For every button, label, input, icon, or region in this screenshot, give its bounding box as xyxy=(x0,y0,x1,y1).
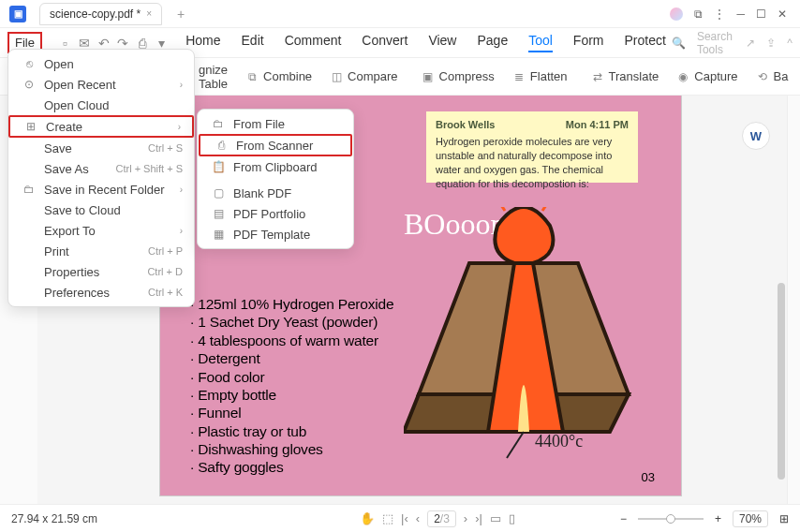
svg-line-1 xyxy=(494,207,505,211)
note-author: Brook Wells xyxy=(436,119,495,130)
compare-icon: ◫ xyxy=(329,69,344,84)
svg-line-3 xyxy=(507,432,524,458)
tool-compare[interactable]: ◫Compare xyxy=(323,67,403,86)
hand-tool-icon[interactable]: ✋ xyxy=(360,511,375,525)
assistant-icon[interactable] xyxy=(670,7,683,21)
volcano-illustration xyxy=(404,207,644,460)
main-tabs: Home Edit Comment Convert View Page Tool… xyxy=(185,33,666,52)
last-page-icon[interactable]: ›| xyxy=(475,511,482,525)
create-blank-pdf[interactable]: ▢Blank PDF xyxy=(198,183,353,203)
tab-tool[interactable]: Tool xyxy=(528,33,553,52)
share-icon[interactable]: ⇪ xyxy=(766,37,776,50)
zoom-slider[interactable] xyxy=(638,518,704,520)
translate-icon: ⇄ xyxy=(590,69,605,84)
create-pdf-template[interactable]: ▦PDF Template xyxy=(198,224,353,244)
tab-form[interactable]: Form xyxy=(573,33,604,52)
tab-comment[interactable]: Comment xyxy=(285,33,342,52)
first-page-icon[interactable]: |‹ xyxy=(401,511,408,525)
compress-icon: ▣ xyxy=(421,69,436,84)
material-item: 125ml 10% Hydrogen Peroxide xyxy=(190,295,393,313)
zoom-knob[interactable] xyxy=(666,514,675,524)
status-bar: 27.94 x 21.59 cm ✋ ⬚ |‹ ‹ 2/3 › ›| ▭ ▯ −… xyxy=(0,504,800,532)
file-create[interactable]: ⊞Create› xyxy=(8,115,194,138)
file-open[interactable]: ⎋Open xyxy=(8,53,194,74)
tool-combine[interactable]: ⧉Combine xyxy=(239,67,318,86)
material-item: 4 tablespoons of warm water xyxy=(190,332,393,349)
file-open-cloud[interactable]: Open Cloud xyxy=(8,95,194,115)
file-save-cloud[interactable]: Save to Cloud xyxy=(8,200,194,220)
material-item: Dishwashing gloves xyxy=(190,440,393,458)
material-item: 1 Sachet Dry Yeast (powder) xyxy=(190,313,393,331)
file-save[interactable]: SaveCtrl + S xyxy=(8,138,194,158)
svg-line-2 xyxy=(542,207,554,211)
material-item: Empty bottle xyxy=(190,386,393,404)
file-open-recent[interactable]: ⊙Open Recent› xyxy=(8,74,194,95)
sticky-note[interactable]: Brook Wells Mon 4:11 PM Hydrogen peroxid… xyxy=(426,111,638,183)
scrollbar-thumb[interactable] xyxy=(778,283,785,480)
file-export-to[interactable]: Export To› xyxy=(8,220,194,241)
kebab-icon[interactable]: ⋮ xyxy=(714,7,725,21)
prev-page-icon[interactable]: ‹ xyxy=(416,511,420,525)
search-icon[interactable]: 🔍 xyxy=(672,37,686,50)
next-page-icon[interactable]: › xyxy=(464,511,467,525)
word-export-badge[interactable]: W xyxy=(742,122,770,150)
material-item: Plastic tray or tub xyxy=(190,422,393,440)
zoom-out-icon[interactable]: − xyxy=(620,512,627,525)
external-link-icon[interactable]: ↗ xyxy=(746,37,755,50)
fit-page-icon[interactable]: ▯ xyxy=(509,511,515,525)
zoom-in-icon[interactable]: + xyxy=(715,512,721,525)
add-tab-button[interactable]: + xyxy=(177,7,185,22)
material-item: Detergent xyxy=(190,349,393,367)
search-tools-placeholder[interactable]: Search Tools xyxy=(697,30,734,56)
file-save-as[interactable]: Save AsCtrl + Shift + S xyxy=(8,158,194,179)
right-gutter xyxy=(787,96,800,504)
tool-translate[interactable]: ⇄Translate xyxy=(585,67,665,86)
page-dimensions: 27.94 x 21.59 cm xyxy=(11,512,97,525)
copy-icon[interactable]: ⧉ xyxy=(694,7,703,21)
page-number-input[interactable]: 2/3 xyxy=(427,510,456,527)
file-properties[interactable]: PropertiesCtrl + D xyxy=(8,261,194,282)
document-tab[interactable]: science-copy.pdf * × xyxy=(39,3,162,25)
file-save-recent-folder[interactable]: 🗀Save in Recent Folder› xyxy=(8,179,194,200)
materials-list: 125ml 10% Hydrogen Peroxide 1 Sachet Dry… xyxy=(190,295,393,477)
create-pdf-portfolio[interactable]: ▤PDF Portfolio xyxy=(198,203,353,224)
material-item: Food color xyxy=(190,368,393,386)
material-item: Safty goggles xyxy=(190,458,393,476)
tool-compress[interactable]: ▣Compress xyxy=(415,67,500,86)
file-print[interactable]: PrintCtrl + P xyxy=(8,241,194,261)
create-submenu: 🗀From File ⎙From Scanner 📋From Clipboard… xyxy=(197,109,354,249)
zoom-value[interactable]: 70% xyxy=(733,510,768,527)
tab-page[interactable]: Page xyxy=(477,33,508,52)
create-from-file[interactable]: 🗀From File xyxy=(198,113,353,134)
temperature-label: 4400°c xyxy=(535,432,583,451)
file-preferences[interactable]: PreferencesCtrl + K xyxy=(8,282,194,303)
tool-capture[interactable]: ◉Capture xyxy=(670,67,743,86)
tool-recognize-table[interactable]: gnize Table xyxy=(199,63,228,91)
close-tab-icon[interactable]: × xyxy=(146,8,152,19)
note-time: Mon 4:11 PM xyxy=(566,119,629,130)
app-icon: ▣ xyxy=(9,6,26,22)
view-mode-icon[interactable]: ⊞ xyxy=(779,512,789,525)
create-from-scanner[interactable]: ⎙From Scanner xyxy=(199,134,352,156)
tab-title: science-copy.pdf * xyxy=(50,7,141,21)
tab-view[interactable]: View xyxy=(428,33,456,52)
minimize-icon[interactable]: ─ xyxy=(736,7,745,21)
tool-flatten[interactable]: ≣Flatten xyxy=(506,67,573,86)
collapse-ribbon-icon[interactable]: ^ xyxy=(787,37,793,50)
select-tool-icon[interactable]: ⬚ xyxy=(382,511,393,525)
combine-icon: ⧉ xyxy=(244,69,259,84)
tool-back-frag[interactable]: ⟲Ba xyxy=(749,67,794,86)
tab-edit[interactable]: Edit xyxy=(242,33,264,52)
create-from-clipboard[interactable]: 📋From Clipboard xyxy=(198,156,353,177)
close-window-icon[interactable]: ✕ xyxy=(778,7,787,21)
tab-convert[interactable]: Convert xyxy=(362,33,407,52)
fit-width-icon[interactable]: ▭ xyxy=(490,511,501,525)
capture-icon: ◉ xyxy=(675,69,690,84)
maximize-icon[interactable]: ☐ xyxy=(756,7,766,21)
material-item: Funnel xyxy=(190,404,393,421)
file-dropdown-menu: ⎋Open ⊙Open Recent› Open Cloud ⊞Create› … xyxy=(7,49,195,307)
page-number-label: 03 xyxy=(642,470,655,484)
tab-protect[interactable]: Protect xyxy=(625,33,666,52)
title-bar: ▣ science-copy.pdf * × + ⧉ ⋮ ─ ☐ ✕ xyxy=(0,0,800,28)
flatten-icon: ≣ xyxy=(511,69,526,84)
